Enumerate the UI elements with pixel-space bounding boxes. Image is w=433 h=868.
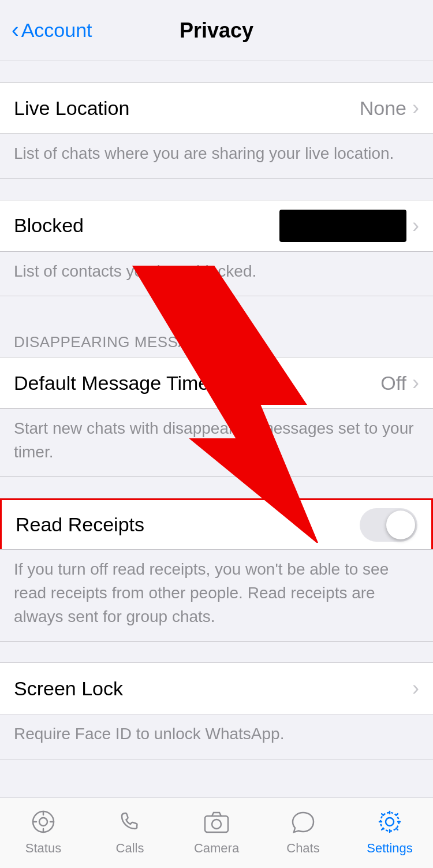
default-timer-row[interactable]: Default Message Timer Off › <box>0 357 433 408</box>
blocked-section: Blocked › <box>0 200 433 252</box>
disappearing-messages-header: DISAPPEARING MESSAGES <box>0 317 433 357</box>
tab-calls-label: Calls <box>116 841 144 856</box>
tab-chats[interactable]: Chats <box>263 806 344 856</box>
calls-icon <box>114 806 145 837</box>
tab-settings[interactable]: Settings <box>349 806 430 856</box>
tab-settings-label: Settings <box>367 841 413 856</box>
status-icon <box>28 806 59 837</box>
disappearing-messages-header-text: DISAPPEARING MESSAGES <box>14 333 221 351</box>
tab-camera-label: Camera <box>194 841 239 856</box>
read-receipts-section: Read Receipts <box>0 498 433 550</box>
live-location-section: Live Location None › <box>0 82 433 134</box>
live-location-chevron-icon: › <box>412 96 419 120</box>
screen-lock-row[interactable]: Screen Lock › <box>0 663 433 714</box>
section-gap-2 <box>0 179 433 200</box>
back-label: Account <box>21 19 92 42</box>
default-timer-value: Off <box>380 372 406 394</box>
read-receipts-label: Read Receipts <box>16 513 144 536</box>
navigation-header: ‹ Account Privacy <box>0 0 433 61</box>
default-timer-description: Start new chats with disappearing messag… <box>14 419 414 461</box>
camera-icon <box>201 806 232 837</box>
blocked-chevron-icon: › <box>412 214 419 238</box>
blocked-description-section: List of contacts you have blocked. <box>0 252 433 297</box>
toggle-track <box>360 508 417 542</box>
svg-rect-7 <box>205 816 228 832</box>
screen-lock-description: Require Face ID to unlock WhatsApp. <box>14 725 284 743</box>
section-gap-3 <box>0 296 433 317</box>
tab-bar: Status Calls Camera Chats <box>0 798 433 868</box>
live-location-description: List of chats where you are sharing your… <box>14 144 394 162</box>
section-gap-1 <box>0 61 433 82</box>
tab-status-label: Status <box>25 841 61 856</box>
svg-point-8 <box>212 819 221 829</box>
section-gap-4 <box>0 477 433 498</box>
live-location-right: None › <box>360 96 419 120</box>
default-timer-label: Default Message Timer <box>14 372 216 394</box>
tab-status[interactable]: Status <box>3 806 84 856</box>
blocked-row[interactable]: Blocked › <box>0 200 433 251</box>
tab-chats-label: Chats <box>286 841 319 856</box>
tab-camera[interactable]: Camera <box>176 806 257 856</box>
blocked-redacted-value <box>279 210 406 242</box>
live-location-value: None <box>360 97 406 120</box>
default-timer-section: Default Message Timer Off › <box>0 357 433 409</box>
live-location-description-section: List of chats where you are sharing your… <box>0 134 433 179</box>
read-receipts-row[interactable]: Read Receipts <box>0 498 433 549</box>
chats-icon <box>288 806 319 837</box>
blocked-description: List of contacts you have blocked. <box>14 262 256 280</box>
toggle-thumb <box>386 511 415 539</box>
back-chevron-icon: ‹ <box>12 18 19 43</box>
read-receipts-description-section: If you turn off read receipts, you won't… <box>0 550 433 642</box>
screen-lock-chevron-icon: › <box>412 676 419 701</box>
live-location-label: Live Location <box>14 97 129 120</box>
section-gap-5 <box>0 642 433 662</box>
screen-lock-description-section: Require Face ID to unlock WhatsApp. <box>0 714 433 759</box>
read-receipts-toggle[interactable] <box>360 508 417 542</box>
default-timer-right: Off › <box>380 371 419 395</box>
screen-lock-section: Screen Lock › <box>0 662 433 714</box>
page-content: Live Location None › List of chats where… <box>0 61 433 835</box>
read-receipts-description: If you turn off read receipts, you won't… <box>14 560 389 625</box>
blocked-label: Blocked <box>14 214 84 237</box>
screen-lock-label: Screen Lock <box>14 677 123 700</box>
svg-point-9 <box>386 818 394 826</box>
live-location-row[interactable]: Live Location None › <box>0 83 433 133</box>
back-button[interactable]: ‹ Account <box>12 18 92 43</box>
screen-lock-right: › <box>412 676 419 701</box>
blocked-right: › <box>279 210 419 242</box>
tab-calls[interactable]: Calls <box>89 806 170 856</box>
default-timer-chevron-icon: › <box>412 371 419 395</box>
default-timer-description-section: Start new chats with disappearing messag… <box>0 409 433 477</box>
svg-point-2 <box>39 818 47 826</box>
page-title: Privacy <box>180 18 253 43</box>
settings-icon <box>374 806 405 837</box>
